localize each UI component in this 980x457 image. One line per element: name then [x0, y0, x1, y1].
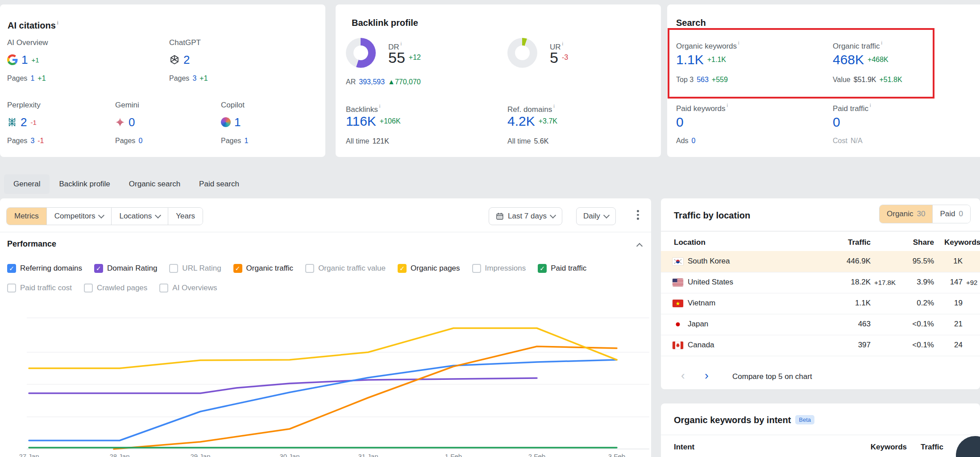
location-row-vietnam[interactable]: Vietnam 1.1K 0.2% 19 [661, 293, 980, 314]
keywords-by-intent-title: Organic keywords by intent [674, 415, 791, 425]
info-icon[interactable]: i [870, 103, 871, 108]
ai-citations-title: AI citationsi [8, 17, 58, 31]
checkbox-checked-icon: ✓ [538, 264, 547, 273]
chatgpt-value[interactable]: 2 [183, 54, 190, 66]
backlink-profile-title: Backlink profile [352, 17, 418, 28]
x-tick-label: 27 Jan [13, 453, 45, 457]
tab-general[interactable]: General [4, 174, 50, 194]
location-row-canada[interactable]: Canada 397 <0.1% 24 [661, 335, 980, 356]
column-header-location[interactable]: Location [674, 238, 706, 247]
paid-keywords-sub: Ads0 [676, 137, 695, 145]
dr-delta: +12 [409, 54, 421, 62]
series-referring-domains [29, 360, 617, 441]
ur-value: 5 [550, 50, 558, 65]
gemini-pages: Pages0 [115, 137, 142, 145]
info-icon[interactable]: i [379, 103, 380, 109]
perplexity-value[interactable]: 2 [21, 116, 27, 128]
checkbox-organic-traffic-value[interactable]: Organic traffic value [305, 264, 386, 273]
location-row-south-korea[interactable]: South Korea 446.9K 95.5% 1K [661, 251, 980, 272]
checkbox-checked-icon: ✓ [398, 264, 407, 273]
paid-traffic-value[interactable]: 0 [833, 115, 840, 129]
more-options-button[interactable] [637, 210, 639, 220]
checkbox-url-rating[interactable]: URL Rating [169, 264, 221, 273]
checkbox-unchecked-icon [472, 264, 481, 273]
info-icon[interactable]: i [57, 20, 58, 25]
date-range-dropdown[interactable]: Last 7 days [489, 207, 562, 225]
beta-badge: Beta [795, 415, 814, 424]
toggle-organic[interactable]: Organic30 [880, 205, 932, 223]
checkbox-organic-pages[interactable]: ✓Organic pages [398, 264, 460, 273]
traffic-by-location-card: Traffic by location Organic30 Paid0 Loca… [661, 198, 980, 389]
x-tick-label: 28 Jan [104, 453, 135, 457]
compare-top5-label: Compare top 5 on chart [732, 372, 812, 381]
column-header-traffic[interactable]: Traffic [817, 238, 871, 247]
column-header-traffic: Traffic [908, 443, 943, 452]
info-icon[interactable]: i [727, 103, 728, 108]
tab-paid-search[interactable]: Paid search [190, 174, 249, 194]
competitors-dropdown[interactable]: Competitors [46, 208, 112, 225]
tab-organic-search[interactable]: Organic search [120, 174, 190, 194]
copilot-value[interactable]: 1 [234, 116, 241, 128]
keywords-by-intent-card: Organic keywords by intentBeta Intent Ke… [661, 403, 980, 457]
flag-japan-icon [673, 321, 683, 328]
ref-domains-alltime: All time5.6K [507, 137, 548, 145]
organic-paid-toggle: Organic30 Paid0 [879, 205, 971, 223]
divider [0, 232, 651, 232]
info-icon[interactable]: i [562, 41, 563, 46]
x-tick-label: 31 Jan [353, 453, 384, 457]
chatgpt-label: ChatGPT [169, 38, 201, 47]
checkbox-paid-traffic-cost[interactable]: Paid traffic cost [7, 284, 72, 292]
checkbox-crawled-pages[interactable]: Crawled pages [84, 284, 147, 292]
toggle-paid[interactable]: Paid0 [932, 205, 970, 223]
paid-keywords-value[interactable]: 0 [676, 115, 684, 129]
performance-card: Metrics Competitors Locations Years Last… [0, 198, 651, 457]
metrics-button[interactable]: Metrics [7, 208, 46, 225]
collapse-chevron-icon[interactable] [636, 243, 643, 249]
backlinks-value[interactable]: 116K [346, 114, 376, 128]
ai-citations-card: AI citationsi AI Overview 1 +1 Pages1+1 … [0, 4, 325, 157]
gemini-value[interactable]: 0 [129, 116, 135, 128]
checkbox-unchecked-icon [159, 284, 168, 292]
checkbox-organic-traffic[interactable]: ✓Organic traffic [233, 264, 294, 273]
backlinks-delta: +106K [380, 117, 401, 125]
years-button[interactable]: Years [168, 208, 203, 225]
gemini-icon [115, 117, 125, 127]
next-page-button[interactable]: › [705, 370, 709, 381]
granularity-dropdown[interactable]: Daily [576, 207, 616, 225]
tab-backlink-profile[interactable]: Backlink profile [50, 174, 119, 194]
performance-title: Performance [7, 239, 56, 249]
calendar-icon [496, 212, 504, 220]
perplexity-label: Perplexity [7, 101, 41, 110]
column-header-intent: Intent [674, 443, 694, 452]
paid-traffic-sub: CostN/A [833, 137, 863, 145]
ref-domains-value[interactable]: 4.2K [507, 114, 535, 128]
ai-overview-value[interactable]: 1 [21, 54, 28, 66]
backlink-profile-card: Backlink profile DRi 55 +12 AR393,593▲77… [336, 4, 661, 157]
dr-donut [346, 38, 376, 68]
checkbox-checked-icon: ✓ [94, 264, 103, 273]
location-row-united-states[interactable]: United States 18.2K +17.8K 3.9% 147 +92 [661, 272, 980, 293]
checkbox-impressions[interactable]: Impressions [472, 264, 526, 273]
paid-keywords-label: Paid keywordsi [676, 101, 728, 113]
checkbox-unchecked-icon [305, 264, 314, 273]
column-header-share[interactable]: Share [889, 238, 934, 247]
location-row-japan[interactable]: Japan 463 <0.1% 21 [661, 314, 980, 335]
section-tabs: General Backlink profile Organic search … [4, 174, 249, 194]
info-icon[interactable]: i [401, 41, 402, 46]
prev-page-button[interactable]: ‹ [681, 370, 685, 381]
traffic-by-location-title: Traffic by location [674, 210, 750, 221]
checkbox-paid-traffic[interactable]: ✓Paid traffic [538, 264, 586, 273]
checkbox-referring-domains[interactable]: ✓Referring domains [7, 264, 82, 273]
checkbox-ai-overviews[interactable]: AI Overviews [159, 284, 217, 292]
ref-domains-label: Ref. domainsi [507, 102, 555, 114]
flag-canada-icon [673, 342, 683, 349]
ur-donut [507, 38, 537, 68]
search-title: Search [676, 17, 706, 28]
info-icon[interactable]: i [553, 103, 554, 109]
locations-dropdown[interactable]: Locations [111, 208, 168, 225]
flag-vietnam-icon [673, 300, 683, 307]
checkbox-domain-rating[interactable]: ✓Domain Rating [94, 264, 157, 273]
view-switcher: Metrics Competitors Locations Years [6, 207, 203, 225]
column-header-keywords[interactable]: Keywords [944, 238, 980, 247]
divider [661, 435, 980, 435]
